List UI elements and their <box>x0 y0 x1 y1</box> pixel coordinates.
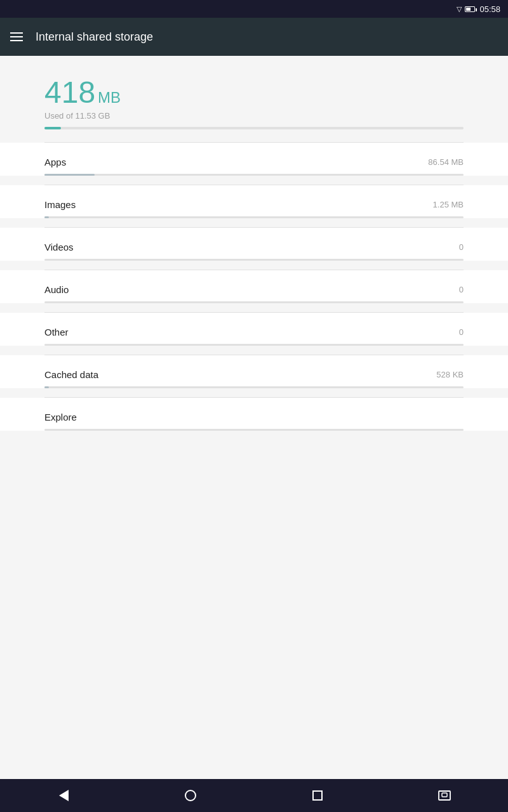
storage-item[interactable]: Cached data528 KB <box>0 355 508 388</box>
screenshot-icon <box>438 790 451 801</box>
item-progress-bar <box>44 429 464 431</box>
battery-icon <box>465 6 475 12</box>
back-button[interactable] <box>44 783 83 808</box>
storage-number: 418 <box>44 75 95 110</box>
storage-item[interactable]: Explore <box>0 398 508 431</box>
storage-item-value: 0 <box>459 285 464 294</box>
storage-item-value: 0 <box>459 327 464 337</box>
storage-item[interactable]: Images1.25 MB <box>0 185 508 218</box>
svg-rect-1 <box>442 793 447 797</box>
status-icons: ▽ 05:58 <box>457 4 500 14</box>
storage-progress-fill <box>44 127 61 129</box>
storage-item-label: Apps <box>44 157 66 167</box>
storage-used-text: Used of 11.53 GB <box>44 111 464 121</box>
storage-item-label: Images <box>44 199 76 210</box>
storage-item-value: 0 <box>459 242 464 252</box>
item-progress-bar <box>44 386 464 388</box>
back-icon <box>59 790 69 801</box>
storage-amount: 418 MB <box>44 75 464 110</box>
recents-button[interactable] <box>298 783 337 808</box>
page-title: Internal shared storage <box>36 30 153 44</box>
item-progress-bar <box>44 174 464 176</box>
storage-progress-bar <box>44 127 464 129</box>
storage-item-value: 86.54 MB <box>428 157 464 167</box>
hamburger-menu-icon[interactable] <box>10 32 23 41</box>
screenshot-button[interactable] <box>425 783 464 808</box>
item-progress-bar <box>44 344 464 346</box>
item-progress-bar <box>44 301 464 303</box>
storage-item-label: Audio <box>44 284 69 295</box>
storage-item-label: Cached data <box>44 369 98 380</box>
home-icon <box>185 790 196 801</box>
storage-item-label: Explore <box>44 412 77 422</box>
status-time: 05:58 <box>479 4 500 14</box>
storage-item[interactable]: Audio0 <box>0 270 508 303</box>
top-bar: Internal shared storage <box>0 18 508 56</box>
home-button[interactable] <box>171 783 210 808</box>
storage-items-list: Apps86.54 MBImages1.25 MBVideos0Audio0Ot… <box>0 143 508 431</box>
storage-item-label: Videos <box>44 242 74 252</box>
main-content: 418 MB Used of 11.53 GB Apps86.54 MBImag… <box>0 56 508 779</box>
wifi-icon: ▽ <box>457 5 462 13</box>
recents-icon <box>312 790 323 801</box>
storage-item[interactable]: Videos0 <box>0 228 508 261</box>
svg-rect-0 <box>439 791 450 800</box>
storage-item-label: Other <box>44 327 69 337</box>
status-bar: ▽ 05:58 <box>0 0 508 18</box>
item-progress-bar <box>44 216 464 218</box>
item-progress-bar <box>44 259 464 261</box>
storage-unit: MB <box>98 89 121 107</box>
storage-item[interactable]: Apps86.54 MB <box>0 143 508 176</box>
bottom-nav <box>0 779 508 812</box>
storage-item[interactable]: Other0 <box>0 313 508 346</box>
storage-item-value: 1.25 MB <box>433 200 464 209</box>
storage-summary: 418 MB Used of 11.53 GB <box>0 69 508 142</box>
storage-item-value: 528 KB <box>436 370 464 379</box>
